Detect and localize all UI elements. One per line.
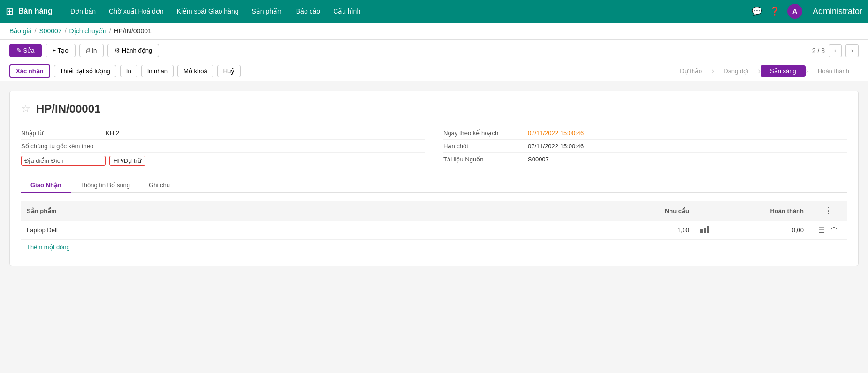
nav-icons: 💬 ❓ A Administrator	[752, 4, 862, 19]
step-du-thao[interactable]: Dự thảo	[670, 65, 711, 77]
value-dia-diem-dich: HP/Dự trữ	[109, 156, 145, 166]
nav-item-don-ban[interactable]: Đơn bán	[64, 0, 102, 23]
form-left: Nhập từ KH 2 Số chứng từ gốc kèm theo Đị…	[21, 127, 425, 168]
field-nhap-tu: Nhập từ KH 2	[21, 127, 425, 140]
print-label-button[interactable]: In nhãn	[141, 65, 174, 77]
breadcrumb-s00007[interactable]: S00007	[39, 27, 61, 35]
value-han-chot: 07/11/2022 15:00:46	[528, 143, 584, 150]
value-ngay-ke-hoach: 07/11/2022 15:00:46	[528, 129, 584, 137]
breadcrumb-bao-gia[interactable]: Báo giá	[9, 27, 31, 35]
label-tai-lieu-nguon: Tài liệu Nguồn	[443, 156, 528, 163]
create-button[interactable]: + Tạo	[46, 44, 76, 57]
label-han-chot: Hạn chót	[443, 143, 528, 150]
add-row-button[interactable]: Thêm một dòng	[21, 240, 76, 254]
cell-row-actions: ☰ 🗑	[809, 221, 847, 240]
edit-button[interactable]: ✎ Sửa	[9, 44, 42, 57]
col-actions-header: ⋮	[809, 201, 847, 221]
nav-item-cho-xuat-hoa-don[interactable]: Chờ xuất Hoá đơn	[102, 0, 170, 23]
field-tai-lieu-nguon: Tài liệu Nguồn S00007	[443, 153, 847, 166]
set-qty-button[interactable]: Thiết đặt số lượng	[54, 65, 116, 77]
nav-item-bao-cao[interactable]: Báo cáo	[289, 0, 327, 23]
tab-giao-nhan[interactable]: Giao Nhận	[21, 178, 71, 193]
column-options-icon[interactable]: ⋮	[824, 206, 832, 215]
cell-completion: 0,00	[716, 221, 809, 240]
user-avatar: A	[787, 4, 802, 19]
sep-3: /	[109, 27, 111, 35]
value-tai-lieu-nguon: S00007	[528, 156, 549, 163]
pagination-info: 2 / 3	[812, 47, 825, 54]
user-name[interactable]: Administrator	[813, 7, 862, 16]
record-card: ☆ HP/IN/00001 Nhập từ KH 2 Số chứng từ g…	[9, 91, 859, 266]
table-row: Laptop Dell 1,00 0,00 ☰ 🗑	[21, 221, 847, 240]
breadcrumb: Báo giá / S00007 / Dịch chuyển / HP/IN/0…	[0, 23, 868, 40]
app-grid-icon[interactable]: ⊞	[6, 6, 14, 17]
prev-arrow[interactable]: ‹	[829, 44, 842, 57]
toolbar-right: 2 / 3 ‹ ›	[812, 44, 859, 57]
chat-icon[interactable]: 💬	[752, 6, 762, 16]
cell-demand: 1,00	[639, 221, 695, 240]
form-fields: Nhập từ KH 2 Số chứng từ gốc kèm theo Đị…	[21, 127, 847, 168]
table-body: Laptop Dell 1,00 0,00 ☰ 🗑	[21, 221, 847, 240]
delete-icon[interactable]: 🗑	[830, 226, 838, 234]
field-so-chung-tu: Số chứng từ gốc kèm theo	[21, 140, 425, 153]
chart-icon	[700, 226, 710, 233]
help-icon[interactable]: ❓	[769, 6, 780, 16]
breadcrumb-dich-chuyen[interactable]: Dịch chuyển	[69, 27, 107, 35]
cancel-button[interactable]: Huỷ	[217, 65, 241, 77]
col-hoan-thanh: Hoàn thành	[716, 201, 809, 221]
nav-item-kiem-soat-giao-hang[interactable]: Kiểm soát Giao hàng	[170, 0, 245, 23]
product-table: Sản phẩm Nhu cầu Hoàn thành ⋮ Laptop Del…	[21, 201, 847, 240]
main-content: ☆ HP/IN/00001 Nhập từ KH 2 Số chứng từ g…	[0, 81, 868, 275]
col-nhu-cau: Nhu cầu	[639, 201, 695, 221]
nav-item-cau-hinh[interactable]: Cấu hình	[327, 0, 367, 23]
tab-thong-tin-bo-sung[interactable]: Thông tin Bổ sung	[71, 178, 139, 193]
label-dia-diem-dich: Địa điểm Đích	[21, 156, 106, 166]
cell-chart-icon[interactable]	[695, 221, 716, 240]
form-right: Ngày theo kế hoạch 07/11/2022 15:00:46 H…	[443, 127, 847, 168]
toolbar: ✎ Sửa + Tạo ⎙ In ⚙ Hành động 2 / 3 ‹ ›	[0, 40, 868, 61]
step-dang-doi[interactable]: Đang đợi	[714, 65, 758, 77]
svg-rect-2	[707, 226, 709, 233]
status-bar: Xác nhận Thiết đặt số lượng In In nhãn M…	[0, 61, 868, 81]
field-han-chot: Hạn chót 07/11/2022 15:00:46	[443, 140, 847, 153]
value-nhap-tu: KH 2	[106, 129, 119, 137]
label-so-chung-tu: Số chứng từ gốc kèm theo	[21, 143, 106, 150]
label-ngay-ke-hoach: Ngày theo kế hoạch	[443, 129, 528, 137]
status-steps: Dự thảo › Đang đợi › Sẵn sàng › Hoàn thà…	[670, 65, 859, 77]
svg-rect-0	[700, 229, 703, 233]
print-status-button[interactable]: In	[120, 65, 137, 77]
field-ngay-ke-hoach: Ngày theo kế hoạch 07/11/2022 15:00:46	[443, 127, 847, 140]
cell-product: Laptop Dell	[21, 221, 639, 240]
nav-item-san-pham[interactable]: Sản phẩm	[245, 0, 289, 23]
unlock-button[interactable]: Mở khoá	[177, 65, 213, 77]
confirm-button[interactable]: Xác nhận	[9, 64, 50, 78]
sep-1: /	[34, 27, 36, 35]
card-header: ☆ HP/IN/00001	[21, 102, 847, 115]
breadcrumb-current: HP/IN/00001	[114, 27, 152, 35]
record-title: HP/IN/00001	[36, 102, 100, 115]
next-arrow[interactable]: ›	[845, 44, 859, 57]
app-title: Bán hàng	[18, 7, 53, 15]
sep-2: /	[65, 27, 67, 35]
tabs: Giao Nhận Thông tin Bổ sung Ghi chú	[21, 178, 847, 193]
col-san-pham: Sản phẩm	[21, 201, 639, 221]
field-dia-diem-dich: Địa điểm Đích HP/Dự trữ	[21, 153, 425, 168]
action-button[interactable]: ⚙ Hành động	[107, 44, 159, 57]
print-button[interactable]: ⎙ In	[79, 44, 104, 57]
tab-ghi-chu[interactable]: Ghi chú	[139, 178, 179, 193]
table-header: Sản phẩm Nhu cầu Hoàn thành ⋮	[21, 201, 847, 221]
label-nhap-tu: Nhập từ	[21, 129, 106, 137]
col-icon-header	[695, 201, 716, 221]
step-san-sang[interactable]: Sẵn sàng	[761, 65, 806, 77]
favorite-star-icon[interactable]: ☆	[21, 103, 30, 115]
top-navigation: ⊞ Bán hàng Đơn bán Chờ xuất Hoá đơn Kiểm…	[0, 0, 868, 23]
svg-rect-1	[704, 228, 706, 233]
list-icon[interactable]: ☰	[818, 226, 825, 234]
step-hoan-thanh[interactable]: Hoàn thành	[808, 65, 859, 77]
